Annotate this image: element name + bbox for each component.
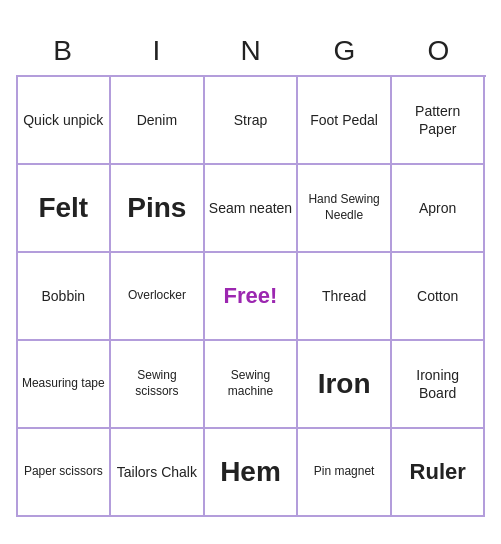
bingo-grid: Quick unpickDenimStrapFoot PedalPattern … (16, 75, 486, 517)
bingo-cell: Hem (205, 429, 299, 517)
bingo-cell: Sewing machine (205, 341, 299, 429)
bingo-cell: Strap (205, 77, 299, 165)
bingo-cell: Hand Sewing Needle (298, 165, 392, 253)
bingo-cell: Pattern Paper (392, 77, 486, 165)
header-letter: I (113, 35, 201, 67)
bingo-cell: Cotton (392, 253, 486, 341)
header-letter: G (301, 35, 389, 67)
bingo-card: BINGO Quick unpickDenimStrapFoot PedalPa… (16, 27, 486, 517)
bingo-cell: Foot Pedal (298, 77, 392, 165)
header-row: BINGO (16, 27, 486, 75)
bingo-cell: Ruler (392, 429, 486, 517)
bingo-cell: Pin magnet (298, 429, 392, 517)
bingo-cell: Iron (298, 341, 392, 429)
bingo-cell: Measuring tape (18, 341, 112, 429)
bingo-cell: Thread (298, 253, 392, 341)
bingo-cell: Tailors Chalk (111, 429, 205, 517)
bingo-cell: Felt (18, 165, 112, 253)
bingo-cell: Seam neaten (205, 165, 299, 253)
bingo-cell: Apron (392, 165, 486, 253)
bingo-cell: Pins (111, 165, 205, 253)
header-letter: N (207, 35, 295, 67)
header-letter: B (19, 35, 107, 67)
bingo-cell: Free! (205, 253, 299, 341)
bingo-cell: Bobbin (18, 253, 112, 341)
bingo-cell: Ironing Board (392, 341, 486, 429)
header-letter: O (395, 35, 483, 67)
bingo-cell: Sewing scissors (111, 341, 205, 429)
bingo-cell: Denim (111, 77, 205, 165)
bingo-cell: Overlocker (111, 253, 205, 341)
bingo-cell: Paper scissors (18, 429, 112, 517)
bingo-cell: Quick unpick (18, 77, 112, 165)
